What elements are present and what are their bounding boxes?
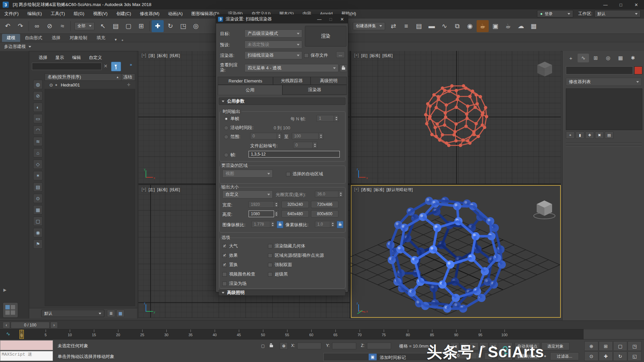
orbit-icon[interactable]: ↻ xyxy=(613,351,627,361)
explorer-menu-1[interactable]: 显示 xyxy=(52,53,67,62)
bind-spacewarp-icon[interactable]: ≈ xyxy=(56,20,68,32)
display-selection-sets-icon[interactable]: ⚑ xyxy=(33,239,43,249)
key-filters-button[interactable]: 过滤器... xyxy=(550,352,579,360)
viewport-top-label-2[interactable]: [标准] xyxy=(157,53,167,59)
layer-list-icon[interactable]: ≣ xyxy=(107,310,115,317)
window-crossing-icon[interactable]: ⊞ xyxy=(135,20,147,32)
time-tag-cube-button[interactable]: ▣ xyxy=(368,353,377,361)
option-left-checkbox-2[interactable] xyxy=(222,263,227,267)
viewport-persp-label-0[interactable]: [+] xyxy=(354,187,359,193)
object-color-swatch[interactable] xyxy=(634,66,642,74)
preset-800x600-button[interactable]: 800x600 xyxy=(311,210,338,218)
tab-motion[interactable]: ◎ xyxy=(602,54,614,62)
menu-item-4[interactable]: 视图(V) xyxy=(89,9,112,18)
clear-search-icon[interactable]: ✕ xyxy=(104,63,108,69)
align-icon[interactable]: ≡ xyxy=(400,20,412,32)
explorer-menu-2[interactable]: 编辑 xyxy=(69,53,84,62)
pan-icon[interactable]: ✚ xyxy=(599,351,613,361)
make-unique-icon[interactable]: ❖ xyxy=(585,131,594,139)
menu-item-6[interactable]: 修改器(M) xyxy=(136,9,164,18)
viewport-persp-label-1[interactable]: [透视] xyxy=(361,187,372,193)
toolbar-dropdown[interactable]: 全部 xyxy=(74,22,95,30)
table-row[interactable]: ⊙ ● Hedra001 ✛ xyxy=(45,81,135,89)
fov-icon[interactable]: ⊙ xyxy=(584,351,598,361)
dialog-close-button[interactable]: ✕ xyxy=(336,15,348,23)
timeline-playhead[interactable]: 0 xyxy=(19,330,24,339)
tab-raytracer[interactable]: 光线跟踪器 xyxy=(273,77,311,85)
configure-modifier-sets-icon[interactable]: ▤ xyxy=(605,131,613,139)
modifier-list-dropdown[interactable]: 修改器列表 xyxy=(566,78,642,86)
dialog-title-bar[interactable]: 3 渲染设置: 扫描线渲染器 — □ ✕ xyxy=(216,15,348,23)
menu-item-3[interactable]: 组(G) xyxy=(69,9,89,18)
image-aspect-spinner[interactable]: 1.778 xyxy=(252,221,275,228)
area-dropdown[interactable]: 视图 xyxy=(222,170,273,178)
select-move-icon[interactable]: ✚ xyxy=(152,20,164,32)
every-n-spinner[interactable]: 1 xyxy=(317,115,339,122)
menu-item-5[interactable]: 创建(C) xyxy=(112,9,136,18)
zoom-extents-icon[interactable]: ▢ xyxy=(613,341,627,351)
active-segment-radio[interactable] xyxy=(224,126,228,130)
tab-modify[interactable]: ∿ xyxy=(578,54,589,62)
selection-lock-icon[interactable] xyxy=(270,344,273,348)
viewport-layout-tabs-button[interactable] xyxy=(3,302,18,318)
timeline-next-button[interactable]: › xyxy=(50,322,58,328)
render-in-cloud-icon[interactable]: ☁ xyxy=(515,20,527,32)
display-particles-icon[interactable]: ⊙ xyxy=(33,194,43,203)
viewport-front-label-3[interactable]: [线框] xyxy=(382,53,393,59)
maxscript-listener-white[interactable]: MAXScript 迷 xyxy=(0,351,53,361)
viewport-front-label-0[interactable]: [+] xyxy=(354,53,359,59)
signin-dropdown[interactable]: ● 登录 xyxy=(537,10,573,17)
object-name-field[interactable] xyxy=(566,66,633,74)
viewport-persp-label-3[interactable]: [默认明暗处理] xyxy=(386,187,413,193)
open-gallery-icon[interactable]: ▦ xyxy=(528,20,540,32)
explorer-menu-0[interactable]: 选择 xyxy=(35,53,51,62)
ribbon-minimize-icon[interactable]: ▾ xyxy=(115,37,117,42)
menu-item-0[interactable]: 文件(F) xyxy=(0,9,23,18)
rendered-frame-icon[interactable]: ▣ xyxy=(489,20,501,32)
explorer-toggle-icon[interactable]: ▶ xyxy=(3,288,6,292)
option-right-checkbox-3[interactable] xyxy=(268,272,272,277)
explorer-menu-3[interactable]: 自定义 xyxy=(86,53,105,62)
minimize-button[interactable]: — xyxy=(598,0,613,9)
width-spinner[interactable]: 1920 xyxy=(249,201,279,208)
timeline-prev-button[interactable]: ‹ xyxy=(3,322,10,328)
menu-item-2[interactable]: 工具(T) xyxy=(46,9,69,18)
freeze-column-header[interactable]: 冻结 xyxy=(123,74,132,80)
z-coord-field[interactable] xyxy=(367,343,391,349)
ribbon-tab-2[interactable]: 选择 xyxy=(47,34,65,42)
show-end-result-icon[interactable]: ▮ xyxy=(576,131,584,139)
single-frame-radio[interactable] xyxy=(224,117,228,121)
y-coord-field[interactable] xyxy=(332,343,356,349)
preset-640x480-button[interactable]: 640x480 xyxy=(281,210,309,218)
viewport-left-label-3[interactable]: [线框] xyxy=(170,187,180,193)
layer-manager-icon[interactable]: ▤ xyxy=(413,20,425,32)
x-coord-field[interactable] xyxy=(297,343,321,349)
height-spinner[interactable]: 1080 xyxy=(249,210,279,217)
tab-common[interactable]: 公用 xyxy=(218,85,282,95)
ribbon-panel-title[interactable]: 多边形建模 xyxy=(4,44,26,50)
pin-stack-icon[interactable]: ⌖ xyxy=(566,131,575,139)
preset-720x486-button[interactable]: 720x486 xyxy=(311,201,338,208)
absolute-mode-icon[interactable]: ⊕ xyxy=(280,342,288,350)
auto-region-checkbox[interactable] xyxy=(286,172,290,176)
file-start-spinner[interactable]: 0 xyxy=(293,142,317,148)
tab-hierarchy[interactable]: ⊞ xyxy=(590,54,601,62)
zoom-icon[interactable]: ⊕ xyxy=(584,341,598,351)
option-left-checkbox-1[interactable] xyxy=(222,253,227,258)
render-setup-icon[interactable]: ☕ xyxy=(477,20,489,32)
image-aspect-lock-button[interactable] xyxy=(277,221,283,228)
viewport-front-label-2[interactable]: [标准] xyxy=(370,53,380,59)
reference-coord-icon[interactable]: ◎ xyxy=(190,20,202,32)
workspace-dropdown[interactable]: 默认 xyxy=(594,10,641,17)
visibility-eye-icon[interactable]: ⊙ xyxy=(49,82,53,87)
preset-320x240-button[interactable]: 320x240 xyxy=(281,201,309,208)
range-from-spinner[interactable]: 0 xyxy=(250,133,282,139)
display-frozen-icon[interactable]: ▦ xyxy=(33,205,43,215)
display-lights-icon[interactable]: ◐ xyxy=(33,103,43,112)
search-input[interactable] xyxy=(32,63,102,70)
select-by-name-icon[interactable]: ▤ xyxy=(110,20,122,32)
render-production-icon[interactable]: ☕ xyxy=(502,20,514,32)
undo-icon[interactable]: ↶ xyxy=(2,20,14,32)
dialog-minimize-button[interactable]: — xyxy=(314,15,325,23)
display-helpers-icon[interactable]: ◠ xyxy=(33,125,43,135)
